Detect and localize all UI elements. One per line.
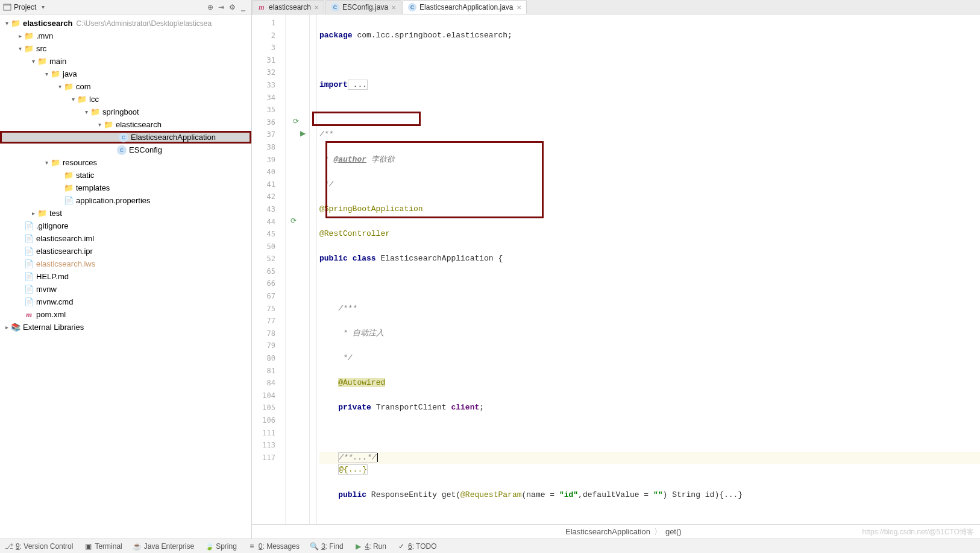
tree-app-class[interactable]: CElasticsearchApplication <box>0 131 251 144</box>
status-todo[interactable]: ✓6: TODO <box>397 542 437 551</box>
tree-main[interactable]: ▾📁main <box>0 55 251 68</box>
editor-tabs: melasticsearch✕ CESConfig.java✕ CElastic… <box>252 0 980 14</box>
tree-lcc[interactable]: ▾📁lcc <box>0 93 251 106</box>
tree-iml[interactable]: 📄elasticsearch.iml <box>0 232 251 245</box>
tree-elasticsearch-pkg[interactable]: ▾📁elasticsearch <box>0 118 251 131</box>
tree-resources[interactable]: ▾📁resources <box>0 156 251 169</box>
tree-com[interactable]: ▾📁com <box>0 80 251 93</box>
tree-gitignore[interactable]: 📄.gitignore <box>0 220 251 232</box>
tree-mvn[interactable]: ▸📁.mvn <box>0 30 251 42</box>
sidebar-header: Project ▾ ⊕ ⇥ ⚙ ⎯ <box>0 0 251 14</box>
tree-ext-lib[interactable]: ▸📚External Libraries <box>0 321 251 333</box>
tree-app-props[interactable]: 📄application.properties <box>0 194 251 207</box>
tree-pom[interactable]: mpom.xml <box>0 308 251 321</box>
settings-icon[interactable]: ⚙ <box>227 2 237 13</box>
marker-column: ⟳ ▶ ⟳ <box>286 14 310 524</box>
collapse-icon[interactable]: ⇥ <box>216 2 227 13</box>
sidebar-title: Project <box>14 3 36 11</box>
tab-elasticsearch[interactable]: melasticsearch✕ <box>252 0 324 14</box>
scroll-from-source-icon[interactable]: ⊕ <box>205 2 216 13</box>
tree-springboot[interactable]: ▾📁springboot <box>0 106 251 118</box>
tree-mvnw[interactable]: 📄mvnw <box>0 283 251 295</box>
tab-esconfig[interactable]: CESConfig.java✕ <box>325 0 401 14</box>
svg-rect-1 <box>4 4 11 6</box>
close-icon[interactable]: ✕ <box>391 4 396 11</box>
tree-test[interactable]: ▸📁test <box>0 207 251 220</box>
status-find[interactable]: 🔍3: Find <box>310 542 344 551</box>
status-spring[interactable]: 🍃Spring <box>205 542 237 551</box>
tree-help[interactable]: 📄HELP.md <box>0 270 251 283</box>
project-sidebar: Project ▾ ⊕ ⇥ ⚙ ⎯ ▾ 📁 elasticsearch C:\U… <box>0 0 252 539</box>
close-icon[interactable]: ✕ <box>517 4 521 11</box>
tree-static[interactable]: 📁static <box>0 169 251 182</box>
breadcrumb-separator: 〉 <box>654 526 662 537</box>
project-icon <box>3 3 11 11</box>
close-icon[interactable]: ✕ <box>314 4 319 11</box>
tree-iws[interactable]: 📄elasticsearch.iws <box>0 258 251 270</box>
fold-column[interactable] <box>310 14 317 524</box>
tree-src[interactable]: ▾📁src <box>0 42 251 55</box>
tree-esconfig[interactable]: CESConfig <box>0 144 251 156</box>
tree-root[interactable]: ▾ 📁 elasticsearch C:\Users\Administrator… <box>0 17 251 30</box>
code-editor[interactable]: 1233132333435363738394041424344455052656… <box>252 14 980 524</box>
editor-area: melasticsearch✕ CESConfig.java✕ CElastic… <box>252 0 980 539</box>
project-tree[interactable]: ▾ 📁 elasticsearch C:\Users\Administrator… <box>0 14 251 539</box>
watermark: https://blog.csdn.net/@51CTO博客 <box>862 527 974 537</box>
code-content[interactable]: package com.lcc.springboot.elasticsearch… <box>317 14 980 524</box>
tree-mvnw-cmd[interactable]: 📄mvnw.cmd <box>0 295 251 308</box>
tree-templates[interactable]: 📁templates <box>0 182 251 194</box>
status-vcs[interactable]: ⎇9: Version Control <box>5 542 73 551</box>
tree-java[interactable]: ▾📁java <box>0 68 251 80</box>
status-messages[interactable]: ≡0: Messages <box>248 542 300 551</box>
tree-ipr[interactable]: 📄elasticsearch.ipr <box>0 245 251 258</box>
status-run[interactable]: ▶4: Run <box>354 542 386 551</box>
status-terminal[interactable]: ▣Terminal <box>84 542 122 551</box>
tab-app[interactable]: CElasticsearchApplication.java✕ <box>403 0 526 14</box>
dropdown-icon[interactable]: ▾ <box>39 4 47 10</box>
line-gutter: 1233132333435363738394041424344455052656… <box>252 14 286 524</box>
statusbar: ⎇9: Version Control ▣Terminal ☕Java Ente… <box>0 539 980 553</box>
breadcrumb-method[interactable]: get() <box>665 527 682 536</box>
hide-icon[interactable]: ⎯ <box>237 2 248 13</box>
breadcrumb-class[interactable]: ElasticsearchApplication <box>565 527 650 536</box>
status-javaee[interactable]: ☕Java Enterprise <box>133 542 194 551</box>
